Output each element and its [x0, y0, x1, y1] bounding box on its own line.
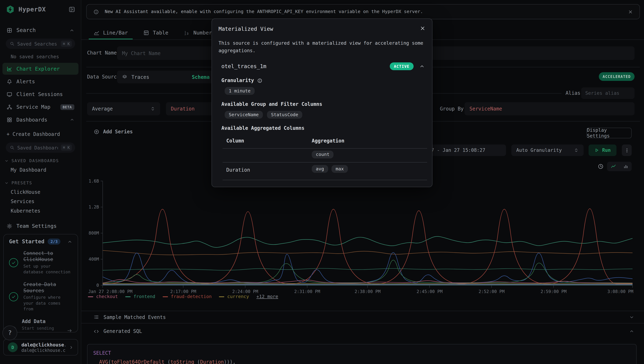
tab-number[interactable]: 123Number: [181, 29, 214, 39]
legend-more-link[interactable]: +12 more: [256, 294, 278, 299]
legend-dash: [88, 296, 93, 297]
sql-token: SELECT: [93, 350, 111, 356]
legend-label: frontend: [134, 294, 155, 299]
sidebar: HyperDX Search Saved Searches ⌘ K No sav…: [0, 0, 81, 364]
granularity-select[interactable]: Auto Granularity: [511, 144, 583, 156]
play-icon: [594, 148, 599, 153]
schema-link[interactable]: Schema: [192, 74, 210, 80]
chart-icon: [7, 66, 12, 72]
run-button[interactable]: Run: [588, 144, 616, 156]
sidebar-item-team-settings[interactable]: Team Settings: [0, 223, 81, 229]
chevron-up-icon: [70, 28, 75, 33]
display-settings-button[interactable]: Display Settings: [586, 128, 632, 138]
avatar: D: [8, 342, 18, 352]
get-started-item-texts: Create Data SourcesConfigure where your …: [24, 282, 72, 312]
sidebar-nav: Chart ExplorerAlertsClient SessionsServi…: [3, 63, 79, 126]
get-started-title: Get Started: [9, 238, 45, 244]
saved-searches-input[interactable]: Saved Searches ⌘ K: [6, 38, 75, 49]
get-started-item[interactable]: Create Data SourcesConfigure where your …: [9, 282, 73, 312]
status-badge: ACTIVE: [390, 62, 414, 70]
get-started-item-subtitle: Set up your database connection: [24, 264, 72, 275]
clock-icon[interactable]: [598, 164, 604, 170]
aggregation-chip: max: [331, 165, 348, 173]
data-source-value: Traces: [132, 74, 149, 80]
dashboard-group-label[interactable]: PRESETS: [11, 180, 81, 185]
user-texts: dale@clickhouse.… dale@clickhouse.c…: [21, 342, 65, 352]
get-started-item[interactable]: 3Add DataStart sending logs, metrics, or…: [9, 318, 73, 332]
dashboard-group: SAVED DASHBOARDSMy Dashboard: [0, 158, 81, 175]
sql-line: AVG(toFloat64OrDefault (toString (Durati…: [93, 358, 630, 364]
arrow-right-icon: [67, 328, 72, 332]
legend-item[interactable]: checkout: [88, 294, 118, 299]
legend-item[interactable]: fraud-detection: [163, 294, 212, 299]
sidebar-item-kubernetes[interactable]: Kubernetes: [11, 206, 81, 216]
search-section-label: Search: [17, 27, 36, 33]
bar-chart-toggle[interactable]: [619, 162, 632, 171]
svg-text:400M: 400M: [89, 257, 99, 262]
add-series-button[interactable]: Add Series: [94, 129, 133, 134]
grid-icon: [7, 27, 12, 33]
saved-dashboards-input[interactable]: Saved Dashboards ⌘ K: [6, 142, 75, 153]
saved-searches-placeholder: Saved Searches: [17, 41, 58, 46]
series-payment: [103, 284, 632, 284]
create-dashboard-button[interactable]: + Create Dashboard: [0, 126, 81, 137]
sidebar-item-service-map[interactable]: Service MapBETA: [3, 101, 79, 113]
legend-item[interactable]: frontend: [125, 294, 155, 299]
sidebar-item-dashboards[interactable]: Dashboards: [3, 114, 79, 126]
series-frontend: [103, 236, 632, 247]
svg-text:2:24:00 PM: 2:24:00 PM: [232, 289, 258, 294]
line-chart-toggle[interactable]: [607, 162, 619, 171]
get-started-progress-badge: 2/3: [48, 238, 61, 244]
granularity-chip: 1 minute: [225, 87, 255, 95]
sidebar-item-clickhouse[interactable]: ClickHouse: [11, 188, 81, 197]
sidebar-section-search[interactable]: Search: [0, 27, 81, 33]
granularity-chip-row: 1 minute: [225, 87, 255, 95]
tab-line-bar[interactable]: Line/Bar: [91, 29, 130, 39]
app-root: HyperDX Search Saved Searches ⌘ K No sav…: [0, 0, 644, 364]
aggregation-value: Average: [92, 106, 113, 112]
get-started-header[interactable]: Get Started 2/3: [9, 238, 73, 244]
chevron-up-icon[interactable]: [419, 64, 425, 69]
alias-input[interactable]: Series alias: [581, 88, 634, 99]
aggregation-select[interactable]: Average: [87, 102, 160, 115]
generated-sql-section[interactable]: Generated SQL: [81, 324, 644, 338]
beta-badge: BETA: [60, 104, 74, 110]
sidebar-item-client-sessions[interactable]: Client Sessions: [3, 88, 79, 100]
timeseries-chart[interactable]: 0400M800M1.2B1.6BJan 27 2:08:00 PM2:17:0…: [81, 178, 640, 297]
help-button[interactable]: ?: [3, 326, 17, 340]
group-by-input[interactable]: ServiceName: [465, 102, 635, 115]
close-icon[interactable]: [628, 9, 633, 14]
legend-item[interactable]: currency: [219, 294, 249, 299]
sidebar-item-alerts[interactable]: Alerts: [3, 76, 79, 88]
sample-matched-events-section[interactable]: Sample Matched Events: [81, 311, 644, 324]
group-by-value: ServiceName: [469, 106, 502, 112]
svg-text:2: 2: [184, 33, 186, 36]
svg-text:0: 0: [97, 283, 99, 288]
series-currency: [103, 283, 632, 284]
saved-dashboards-placeholder: Saved Dashboards: [17, 145, 58, 150]
notification-banner: New AI Assistant available, enable with …: [86, 4, 640, 19]
line-chart-icon: [610, 164, 616, 169]
sidebar-collapse-icon[interactable]: [69, 6, 75, 13]
granularity-header: Granularity: [221, 78, 263, 83]
sql-token: [93, 359, 99, 364]
get-started-item-texts: Connect to ClickHouseSet up your databas…: [24, 250, 72, 275]
chevron-down-icon: [5, 158, 9, 163]
group-filter-header: Available Group and Filter Columns: [221, 101, 322, 107]
series-fraud-detection: [103, 209, 632, 284]
get-started-item-title: Add Data: [22, 318, 62, 325]
svg-text:800M: 800M: [89, 231, 99, 236]
table-icon: [144, 30, 149, 36]
user-account-button[interactable]: D dale@clickhouse.… dale@clickhouse.c…: [3, 339, 78, 356]
sidebar-item-my-dashboard[interactable]: My Dashboard: [11, 165, 81, 175]
time-range-input[interactable]: 7 - Jan 27 15:08:27: [427, 144, 506, 156]
dashboard-group-label[interactable]: SAVED DASHBOARDS: [11, 158, 81, 163]
sql-token: (: [194, 359, 200, 364]
tab-table[interactable]: Table: [141, 29, 171, 39]
get-started-item[interactable]: Connect to ClickHouseSet up your databas…: [9, 250, 73, 275]
more-options-button[interactable]: [622, 144, 632, 156]
modal-close-icon[interactable]: [420, 26, 425, 31]
sidebar-item-chart-explorer[interactable]: Chart Explorer: [3, 63, 79, 75]
sidebar-item-services[interactable]: Services: [11, 197, 81, 206]
check-circle-icon: [9, 258, 18, 267]
